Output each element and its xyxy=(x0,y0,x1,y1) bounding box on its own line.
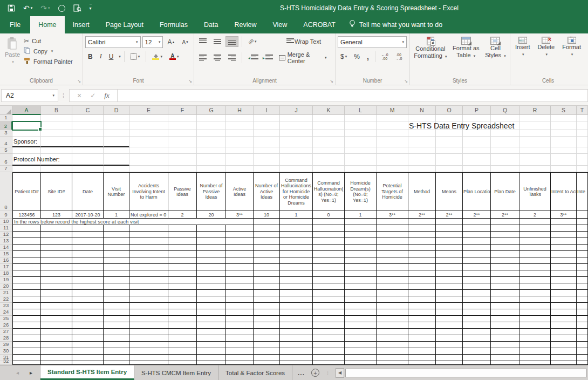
cell-M31[interactable] xyxy=(377,355,408,361)
cell-L18[interactable] xyxy=(345,270,377,277)
cell-O9[interactable]: 2** xyxy=(436,211,463,219)
cell-S17[interactable] xyxy=(551,264,577,270)
cell-F29[interactable] xyxy=(168,342,197,348)
cell-E9[interactable]: Not explored = 0 xyxy=(129,211,168,219)
cell-O25[interactable] xyxy=(436,316,463,322)
name-box[interactable]: A2 ▾ xyxy=(1,89,58,102)
cell-D29[interactable] xyxy=(104,342,129,348)
cell-C7[interactable] xyxy=(72,166,104,172)
cell-R15[interactable] xyxy=(519,251,551,257)
cell-A14[interactable] xyxy=(12,245,41,251)
cell-Q8[interactable]: Plan Date xyxy=(491,172,519,211)
cell-I11[interactable] xyxy=(254,225,280,232)
cell-L22[interactable] xyxy=(345,296,377,303)
cell-F13[interactable] xyxy=(168,238,197,245)
cell-B23[interactable] xyxy=(41,303,72,309)
cell-Q19[interactable] xyxy=(491,277,519,283)
cell-O32[interactable] xyxy=(436,361,463,365)
cell-C31[interactable] xyxy=(72,355,104,361)
cell-Q31[interactable] xyxy=(491,355,519,361)
cell-H29[interactable] xyxy=(226,342,254,348)
cell-Q10[interactable] xyxy=(491,219,519,225)
column-header-R[interactable]: R xyxy=(519,106,551,115)
cell-H12[interactable] xyxy=(226,232,254,238)
cell-P6[interactable] xyxy=(463,154,491,166)
cell-B20[interactable] xyxy=(41,283,72,290)
cell-N25[interactable] xyxy=(408,316,436,322)
cell-L3[interactable] xyxy=(345,130,377,137)
cell-A23[interactable] xyxy=(12,303,41,309)
cell-R3[interactable] xyxy=(519,130,551,137)
row-header-2[interactable]: 2 xyxy=(0,121,12,130)
cell-K17[interactable] xyxy=(313,264,345,270)
cell-O7[interactable] xyxy=(436,166,463,172)
cell-T12[interactable] xyxy=(577,232,588,238)
cell-F9[interactable]: 2 xyxy=(168,211,197,219)
cell-K24[interactable] xyxy=(313,309,345,316)
cell-J9[interactable]: 1 xyxy=(280,211,313,219)
cell-G31[interactable] xyxy=(197,355,226,361)
cell-M11[interactable] xyxy=(377,225,408,232)
cell-F12[interactable] xyxy=(168,232,197,238)
number-format-select[interactable]: General▾ xyxy=(338,36,407,48)
cell-D30[interactable] xyxy=(104,348,129,355)
cell-R10[interactable] xyxy=(519,219,551,225)
cell-M12[interactable] xyxy=(377,232,408,238)
cell-P16[interactable] xyxy=(463,257,491,264)
cell-M9[interactable]: 3** xyxy=(377,211,408,219)
cell-Q12[interactable] xyxy=(491,232,519,238)
cell-A28[interactable] xyxy=(12,335,41,342)
cell-A5[interactable] xyxy=(12,147,41,154)
cell-F17[interactable] xyxy=(168,264,197,270)
cell-S29[interactable] xyxy=(551,342,577,348)
comma-button[interactable]: , xyxy=(364,50,372,63)
cell-H28[interactable] xyxy=(226,335,254,342)
cell-P3[interactable] xyxy=(463,130,491,137)
cell-S32[interactable] xyxy=(551,361,577,365)
font-color-button[interactable]: A ▾ xyxy=(167,51,182,62)
cell-P19[interactable] xyxy=(463,277,491,283)
column-header-A[interactable]: A xyxy=(12,106,41,115)
cell-D7[interactable] xyxy=(104,166,129,172)
cell-F3[interactable] xyxy=(168,130,197,137)
column-header-H[interactable]: H xyxy=(226,106,254,115)
cell-J10[interactable] xyxy=(280,219,313,225)
cell-K12[interactable] xyxy=(313,232,345,238)
cell-R6[interactable] xyxy=(519,154,551,166)
tab-review[interactable]: Review xyxy=(226,16,264,33)
tab-page-layout[interactable]: Page Layout xyxy=(98,16,152,33)
cell-R12[interactable] xyxy=(519,232,551,238)
font-family-select[interactable]: Calibri▾ xyxy=(85,36,141,48)
cell-D31[interactable] xyxy=(104,355,129,361)
cell-I16[interactable] xyxy=(254,257,280,264)
cell-G32[interactable] xyxy=(197,361,226,365)
cell-B27[interactable] xyxy=(41,329,72,335)
cell-T1[interactable] xyxy=(577,115,588,121)
cell-A18[interactable] xyxy=(12,270,41,277)
cell-I27[interactable] xyxy=(254,329,280,335)
cell-I18[interactable] xyxy=(254,270,280,277)
cell-N12[interactable] xyxy=(408,232,436,238)
cell-R5[interactable] xyxy=(519,147,551,154)
cell-G14[interactable] xyxy=(197,245,226,251)
cell-B26[interactable] xyxy=(41,322,72,329)
cell-T28[interactable] xyxy=(577,335,588,342)
cell-C17[interactable] xyxy=(72,264,104,270)
cell-O24[interactable] xyxy=(436,309,463,316)
cell-N14[interactable] xyxy=(408,245,436,251)
cell-R1[interactable] xyxy=(519,115,551,121)
cell-A7[interactable] xyxy=(12,166,41,172)
align-right-button[interactable] xyxy=(225,52,238,63)
customize-qat-icon[interactable]: ▾ xyxy=(90,4,92,12)
cell-O30[interactable] xyxy=(436,348,463,355)
cell-D1[interactable] xyxy=(104,115,129,121)
cell-E14[interactable] xyxy=(129,245,168,251)
cell-J16[interactable] xyxy=(280,257,313,264)
cell-S13[interactable] xyxy=(551,238,577,245)
cell-H15[interactable] xyxy=(226,251,254,257)
cell-G4[interactable] xyxy=(197,137,226,147)
cell-I22[interactable] xyxy=(254,296,280,303)
cell-T25[interactable] xyxy=(577,316,588,322)
cell-H21[interactable] xyxy=(226,290,254,296)
cell-D21[interactable] xyxy=(104,290,129,296)
